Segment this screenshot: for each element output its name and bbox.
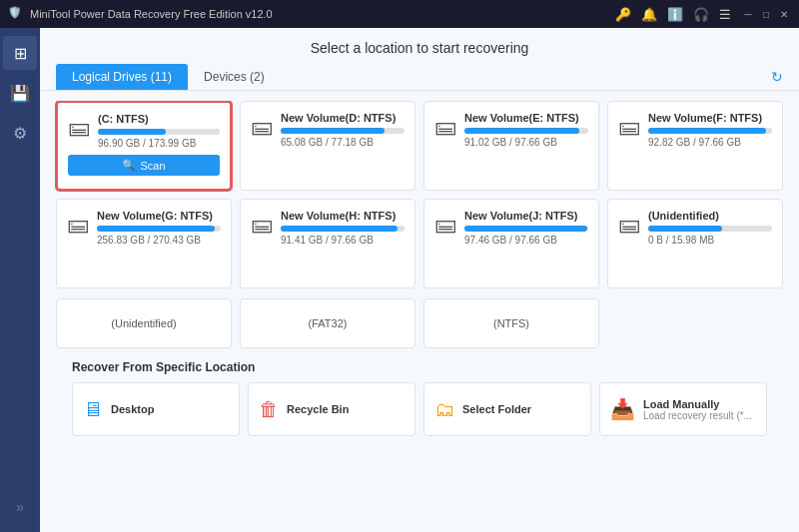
drive-bar-fill-c [98,129,166,135]
main-content: Select a location to start recovering Lo… [40,28,799,532]
drives-section: 🖴 (C: NTFS) 96.90 GB / 173.99 GB 🔍 Scan [40,101,799,532]
drive-size-h: 91.41 GB / 97.66 GB [281,235,404,246]
drive-info-c: (C: NTFS) 96.90 GB / 173.99 GB [98,113,220,149]
drive-name-e: New Volume(E: NTFS) [464,112,588,124]
scan-button-c[interactable]: 🔍 Scan [68,155,220,176]
specific-location-title: Recover From Specific Location [72,360,767,374]
drive-card-unident1[interactable]: 🖴 (Unidentified) 0 B / 15.98 MB [607,199,783,288]
drive-name-c: (C: NTFS) [98,113,220,125]
specific-card-recycle[interactable]: 🗑 Recycle Bin [248,382,415,436]
specific-card-desktop[interactable]: 🖥 Desktop [72,382,240,436]
search-icon: 🔍 [122,159,136,172]
app-body: ⊞ 💾 ⚙ » Select a location to start recov… [0,28,799,532]
drive-card-f[interactable]: 🖴 New Volume(F: NTFS) 92.82 GB / 97.66 G… [607,101,783,191]
home-icon: ⊞ [14,44,27,63]
unident-card-1[interactable]: (Unidentified) [56,298,232,348]
headphone-icon[interactable]: 🎧 [693,7,709,22]
specific-name-recycle: Recycle Bin [287,403,404,415]
menu-icon[interactable]: ☰ [719,7,731,22]
drive-size-g: 256.83 GB / 270.43 GB [97,235,221,246]
bell-icon[interactable]: 🔔 [641,7,657,22]
specific-location-section: Recover From Specific Location 🖥 Desktop… [56,360,783,446]
maximize-button[interactable]: □ [759,7,773,21]
tab-bar: Logical Drives (11) Devices (2) ↻ [40,64,799,91]
drive-icon-g: 🖴 [67,212,89,238]
desktop-icon: 🖥 [83,398,103,421]
page-subtitle: Select a location to start recovering [40,28,799,64]
drive-card-g[interactable]: 🖴 New Volume(G: NTFS) 256.83 GB / 270.43… [56,199,232,288]
tab-devices[interactable]: Devices (2) [188,64,281,90]
drive-name-f: New Volume(F: NTFS) [648,112,772,124]
unident-grid: (Unidentified) (FAT32) (NTFS) [56,298,783,348]
drive-size-e: 91.02 GB / 97.66 GB [464,137,588,148]
drive-size-d: 65.08 GB / 77.18 GB [281,137,404,148]
drive-icon-d: 🖴 [251,114,273,140]
drive-icon-h: 🖴 [251,212,273,238]
titlebar: 🛡️ MiniTool Power Data Recovery Free Edi… [0,0,799,28]
specific-name-desktop: Desktop [111,403,229,415]
drive-name-j: New Volume(J: NTFS) [464,210,588,222]
specific-card-folder[interactable]: 🗂 Select Folder [423,382,591,436]
chevron-right-icon: » [16,499,24,515]
drive-name-d: New Volume(D: NTFS) [281,112,404,124]
sidebar-item-settings[interactable]: ⚙ [3,116,37,150]
drive-icon-f: 🖴 [618,114,640,140]
refresh-button[interactable]: ↻ [771,69,783,85]
settings-icon: ⚙ [13,124,27,143]
minimize-button[interactable]: ─ [741,7,755,21]
specific-sub-load: Load recovery result (*... [643,410,756,421]
drive-icon-e: 🖴 [434,114,456,140]
drive-name-g: New Volume(G: NTFS) [97,210,221,222]
app-title: MiniTool Power Data Recovery Free Editio… [30,8,615,20]
unident-card-2[interactable]: (FAT32) [240,298,415,348]
close-button[interactable]: ✕ [777,7,791,21]
drive-size-f: 92.82 GB / 97.66 GB [648,137,772,148]
recycle-icon: 🗑 [259,398,279,421]
drive-size-unident1: 0 B / 15.98 MB [648,235,772,246]
app-icon: 🛡️ [8,6,24,22]
unident-label-2: (FAT32) [309,317,348,329]
specific-name-load: Load Manually [643,398,756,410]
sidebar-item-scan[interactable]: 💾 [3,76,37,110]
sidebar-expand-button[interactable]: » [3,490,37,524]
sidebar: ⊞ 💾 ⚙ » [0,28,40,532]
drive-card-j[interactable]: 🖴 New Volume(J: NTFS) 97.46 GB / 97.66 G… [423,199,599,288]
key-icon[interactable]: 🔑 [615,7,631,22]
drive-size-c: 96.90 GB / 173.99 GB [98,138,220,149]
folder-icon: 🗂 [434,398,454,421]
unident-label-1: (Unidentified) [111,317,176,329]
drive-card-c[interactable]: 🖴 (C: NTFS) 96.90 GB / 173.99 GB 🔍 Scan [56,101,232,191]
drive-card-d[interactable]: 🖴 New Volume(D: NTFS) 65.08 GB / 77.18 G… [240,101,415,191]
drive-icon-c: 🖴 [68,115,90,141]
drive-name-h: New Volume(H: NTFS) [281,210,404,222]
drive-icon-unident1: 🖴 [618,212,640,238]
drive-card-e[interactable]: 🖴 New Volume(E: NTFS) 91.02 GB / 97.66 G… [423,101,599,191]
scan-icon: 💾 [10,84,30,103]
specific-name-folder: Select Folder [462,403,580,415]
unident-card-3[interactable]: (NTFS) [423,298,599,348]
tab-logical-drives[interactable]: Logical Drives (11) [56,64,188,90]
info-icon[interactable]: ℹ️ [667,7,683,22]
drive-name-unident1: (Unidentified) [648,210,772,222]
load-icon: 📥 [610,397,635,421]
drive-size-j: 97.46 GB / 97.66 GB [464,235,588,246]
window-controls: ─ □ ✕ [741,7,791,21]
drive-bar-bg-c [98,129,220,135]
titlebar-icons: 🔑 🔔 ℹ️ 🎧 ☰ [615,7,731,22]
sidebar-item-home[interactable]: ⊞ [3,36,37,70]
drives-grid: 🖴 (C: NTFS) 96.90 GB / 173.99 GB 🔍 Scan [56,101,783,288]
specific-card-load[interactable]: 📥 Load Manually Load recovery result (*.… [599,382,767,436]
unident-label-3: (NTFS) [493,317,529,329]
specific-location-grid: 🖥 Desktop 🗑 Recycle Bin 🗂 [72,382,767,436]
drive-icon-j: 🖴 [434,212,456,238]
drive-card-h[interactable]: 🖴 New Volume(H: NTFS) 91.41 GB / 97.66 G… [240,199,415,288]
